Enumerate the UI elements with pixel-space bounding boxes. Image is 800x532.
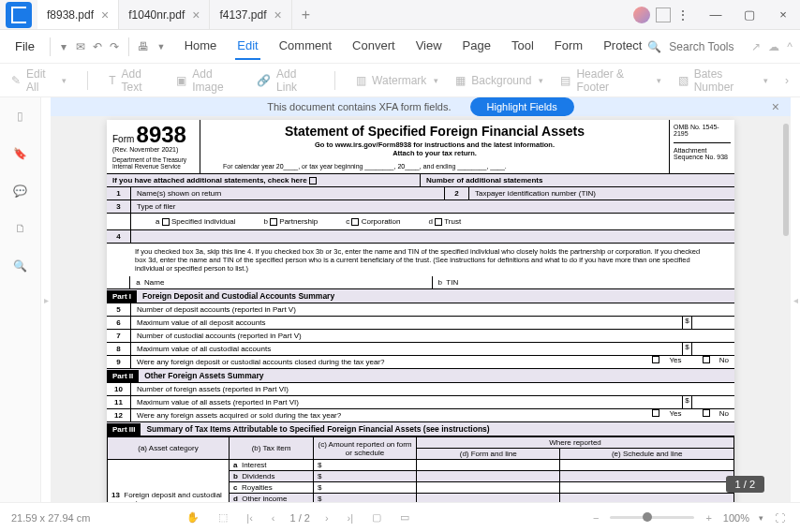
- zoom-in-button[interactable]: +: [702, 512, 715, 524]
- page-input[interactable]: 1 / 2: [290, 512, 310, 524]
- close-icon[interactable]: ×: [772, 99, 779, 114]
- checkbox[interactable]: [309, 177, 317, 185]
- file-menu[interactable]: File: [7, 36, 42, 57]
- add-text-button[interactable]: TAdd Text: [109, 67, 159, 94]
- checkbox[interactable]: [162, 218, 170, 226]
- add-image-button[interactable]: ▣Add Image: [176, 67, 240, 94]
- mail-icon[interactable]: ✉: [76, 37, 85, 56]
- maximize-button[interactable]: ▢: [733, 0, 766, 30]
- checkbox[interactable]: [435, 218, 442, 226]
- checkbox[interactable]: [652, 409, 659, 417]
- page-indicator: 1 / 2: [726, 476, 764, 493]
- expand-left-panel[interactable]: ▸: [41, 97, 51, 502]
- expand-right-panel[interactable]: ◂: [791, 97, 800, 502]
- tab-edit[interactable]: Edit: [235, 33, 259, 60]
- add-link-button[interactable]: 🔗Add Link: [257, 67, 314, 94]
- edit-all-button[interactable]: ✎Edit All▾: [11, 67, 67, 94]
- chevron-down-icon[interactable]: ▼: [156, 37, 165, 56]
- header-footer-button[interactable]: ▤Header & Footer▾: [560, 67, 660, 94]
- more-tools-icon[interactable]: ›: [785, 74, 789, 87]
- kebab-menu-icon[interactable]: ⋮: [676, 7, 689, 22]
- thumbnails-icon[interactable]: ▯: [11, 107, 30, 126]
- tab-protect[interactable]: Protect: [601, 33, 644, 60]
- close-icon[interactable]: ×: [274, 7, 282, 22]
- select-tool-icon[interactable]: ⬚: [215, 511, 231, 524]
- watermark-button[interactable]: ▥Watermark▾: [356, 74, 438, 87]
- app-logo: [6, 2, 32, 28]
- tab-label: f4137.pdf: [219, 8, 266, 22]
- tab-f4137[interactable]: f4137.pdf×: [210, 0, 291, 29]
- comments-icon[interactable]: 💬: [11, 182, 30, 200]
- close-icon[interactable]: ×: [192, 7, 200, 22]
- prev-page-button[interactable]: ‹: [268, 512, 279, 524]
- share-icon[interactable]: ↗: [751, 40, 761, 53]
- zoom-out-button[interactable]: −: [589, 512, 602, 524]
- search-input[interactable]: [669, 40, 744, 53]
- save-icon[interactable]: ▾: [59, 37, 67, 56]
- tab-comment[interactable]: Comment: [277, 33, 333, 60]
- close-icon[interactable]: ×: [101, 7, 109, 22]
- tab-f1040nr[interactable]: f1040nr.pdf×: [119, 0, 210, 29]
- tab-convert[interactable]: Convert: [350, 33, 397, 60]
- checkbox[interactable]: [652, 356, 659, 363]
- highlight-fields-button[interactable]: Highlight Fields: [470, 97, 574, 116]
- divider: [87, 71, 88, 90]
- zoom-level[interactable]: 100%: [723, 512, 749, 524]
- background-button[interactable]: ▦Background▾: [455, 74, 543, 87]
- page-dimensions: 21.59 x 27.94 cm: [11, 512, 90, 524]
- checkbox[interactable]: [703, 356, 710, 363]
- print-icon[interactable]: 🖶: [138, 37, 149, 56]
- pdf-page: Form 8938 (Rev. November 2021) Departmen…: [107, 120, 734, 502]
- checkbox[interactable]: [270, 218, 277, 226]
- user-badge[interactable]: [633, 7, 650, 23]
- form-title: Statement of Specified Foreign Financial…: [204, 124, 665, 139]
- xfa-banner: This document contains XFA form fields. …: [51, 97, 791, 116]
- tab-view[interactable]: View: [414, 33, 444, 60]
- cloud-icon[interactable]: ☁: [768, 40, 779, 53]
- undo-icon[interactable]: ↶: [93, 37, 102, 56]
- next-page-button[interactable]: ›: [321, 512, 333, 524]
- zoom-slider[interactable]: [610, 516, 694, 519]
- tab-f8938[interactable]: f8938.pdf×: [37, 0, 119, 29]
- close-button[interactable]: ×: [766, 0, 800, 30]
- checkbox[interactable]: [351, 218, 359, 226]
- tab-label: f1040nr.pdf: [128, 8, 185, 22]
- tab-form[interactable]: Form: [553, 33, 585, 60]
- scrollbar[interactable]: [781, 124, 791, 502]
- banner-message: This document contains XFA form fields.: [267, 101, 451, 112]
- search-icon[interactable]: 🔍: [647, 40, 661, 53]
- checkbox[interactable]: [703, 409, 710, 417]
- tab-page[interactable]: Page: [461, 33, 493, 60]
- bookmarks-icon[interactable]: 🔖: [11, 144, 30, 163]
- hand-tool-icon[interactable]: ✋: [183, 511, 203, 524]
- bates-number-button[interactable]: ▧Bates Number▾: [678, 67, 768, 94]
- tab-home[interactable]: Home: [183, 33, 219, 60]
- fit-width-icon[interactable]: ▭: [396, 511, 413, 524]
- collapse-ribbon-icon[interactable]: ^: [787, 40, 793, 53]
- last-page-button[interactable]: ›|: [344, 512, 358, 524]
- first-page-button[interactable]: |‹: [243, 512, 257, 524]
- tab-label: f8938.pdf: [47, 8, 94, 22]
- tab-tool[interactable]: Tool: [510, 33, 536, 60]
- attachments-icon[interactable]: 🗋: [11, 219, 30, 238]
- minimize-button[interactable]: —: [699, 0, 733, 30]
- search-panel-icon[interactable]: 🔍: [11, 257, 30, 275]
- redo-icon[interactable]: ↷: [110, 37, 119, 56]
- extension-icon[interactable]: [656, 7, 671, 22]
- divider: [334, 71, 335, 90]
- fullscreen-icon[interactable]: ⛶: [771, 512, 789, 524]
- fit-page-icon[interactable]: ▢: [368, 511, 385, 524]
- new-tab-button[interactable]: +: [292, 0, 319, 29]
